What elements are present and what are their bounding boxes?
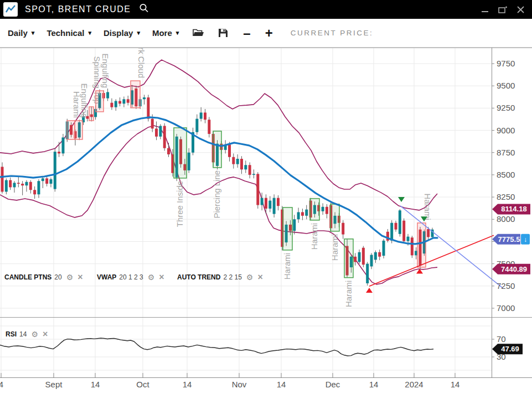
candle-body — [1, 167, 4, 191]
price-chart-svg[interactable]: HaramiEngulfingSpinning TopEngulfingDark… — [0, 0, 532, 394]
candle-body — [155, 128, 158, 136]
pattern-label: Harami — [423, 194, 432, 220]
candle-body — [42, 178, 44, 181]
candle-body — [249, 165, 251, 175]
indicator-legend-candle-patterns: CANDLE PTNS 20 ⚙ × — [4, 273, 83, 282]
pattern-label: Harami — [330, 234, 339, 261]
candle-body — [240, 159, 243, 169]
technical-menu[interactable]: Technical▾ — [47, 28, 91, 38]
pattern-box — [417, 223, 426, 267]
save-icon[interactable] — [218, 28, 229, 38]
candle-body — [58, 152, 60, 153]
pattern-box — [96, 91, 104, 112]
time-tick-label: 14 — [369, 380, 379, 389]
indicator-params: 14 — [19, 330, 27, 338]
pattern-label: Harami — [283, 253, 292, 279]
chevron-down-icon: ▾ — [88, 29, 91, 37]
candle-body — [293, 219, 296, 231]
display-menu[interactable]: Display▾ — [104, 28, 140, 38]
price-tick-label: 9250 — [497, 103, 515, 112]
indicator-legend-rsi: RSI 14 ⚙ × — [6, 330, 48, 339]
candle-body — [188, 153, 190, 170]
candle-body — [5, 180, 8, 192]
indicator-params: 20 — [54, 273, 61, 281]
trend-level-badge: 8114.18 — [492, 204, 530, 214]
candle-body — [383, 241, 385, 256]
price-tick-label: 9750 — [497, 59, 515, 68]
time-axis-labels: 4Sept14Oct14Nov14Dec14202414 — [0, 373, 459, 389]
symbol-title: SPOT, BRENT CRUDE — [25, 4, 131, 14]
rsi-value-badge: 47.69 — [492, 344, 523, 354]
candle-body — [147, 97, 149, 119]
candle-body — [358, 252, 361, 262]
close-icon[interactable]: × — [159, 274, 164, 281]
candle-body — [265, 198, 267, 209]
minimize-button[interactable] — [480, 4, 490, 14]
pattern-label: Piercing Line — [213, 170, 222, 219]
more-menu[interactable]: More▾ — [152, 28, 179, 38]
time-tick-label: 14 — [277, 380, 286, 389]
candle-body — [110, 103, 113, 107]
candle-body — [49, 179, 52, 184]
time-tick-label: 14 — [91, 380, 100, 389]
svg-text:47.69: 47.69 — [501, 345, 519, 353]
candle-body — [13, 183, 16, 187]
gear-icon[interactable]: ⚙ — [31, 330, 38, 339]
current-price-badge: 7775.5↓ — [492, 234, 530, 245]
candle-body — [33, 190, 36, 194]
candle-body — [378, 252, 381, 257]
candle-body — [366, 264, 369, 283]
chevron-down-icon: ▾ — [137, 29, 140, 37]
pattern-box — [330, 204, 339, 231]
timeframe-menu[interactable]: Daily▾ — [8, 28, 34, 38]
time-tick-label: Dec — [326, 380, 340, 389]
time-tick-label: Sept — [45, 380, 63, 389]
candle-body — [326, 207, 328, 214]
trading-app-window: HaramiEngulfingSpinning TopEngulfingDark… — [0, 0, 532, 394]
candle-body — [244, 165, 247, 169]
gear-icon[interactable]: ⚙ — [66, 273, 74, 282]
zoom-out-button[interactable]: – — [243, 28, 250, 39]
candle-body — [163, 126, 166, 148]
candle-body — [402, 221, 405, 241]
indicator-name: CANDLE PTNS — [4, 273, 51, 281]
resistance-trendline — [400, 206, 503, 288]
candle-body — [54, 152, 56, 189]
candle-body — [25, 182, 28, 185]
candle-body — [395, 223, 397, 230]
close-icon[interactable]: × — [43, 331, 48, 338]
candle-body — [362, 248, 365, 265]
candle-body — [354, 257, 357, 262]
close-icon[interactable]: × — [78, 274, 82, 281]
svg-text:7775.5: 7775.5 — [498, 235, 520, 243]
candle-body — [236, 159, 239, 164]
price-tick-label: 9500 — [497, 81, 515, 90]
popout-button[interactable] — [498, 4, 508, 14]
candle-body — [374, 252, 377, 260]
candle-body — [118, 101, 121, 104]
candle-body — [9, 180, 12, 188]
close-icon[interactable] — [515, 4, 525, 14]
rsi-line — [0, 338, 433, 356]
candle-body — [200, 112, 203, 118]
time-tick-label: Nov — [232, 380, 247, 389]
price-tick-label: 9000 — [497, 126, 515, 135]
search-icon[interactable] — [138, 3, 149, 16]
zoom-in-button[interactable]: + — [265, 28, 273, 39]
open-folder-icon[interactable] — [192, 28, 204, 38]
pattern-box — [310, 199, 319, 220]
pattern-box — [344, 239, 353, 278]
gear-icon[interactable]: ⚙ — [246, 273, 254, 282]
candle-body — [277, 198, 280, 206]
close-icon[interactable]: × — [257, 274, 262, 281]
svg-text:7440.89: 7440.89 — [501, 265, 527, 273]
gear-icon[interactable]: ⚙ — [148, 273, 155, 282]
candle-body — [301, 212, 304, 215]
pattern-box — [174, 128, 187, 178]
indicator-name: VWAP — [97, 273, 116, 281]
candle-body — [273, 198, 276, 214]
candle-body — [151, 119, 154, 129]
candle-body — [228, 144, 231, 157]
pattern-box — [131, 81, 140, 108]
time-tick-label: Oct — [136, 380, 149, 389]
